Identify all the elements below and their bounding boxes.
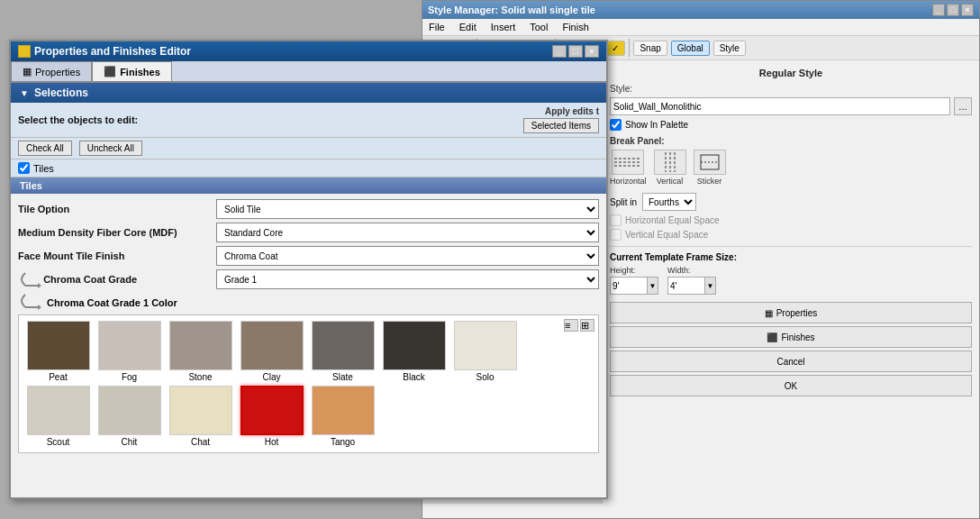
- swatch-box-hot[interactable]: [240, 386, 304, 435]
- break-vertical[interactable]: Vertical: [654, 150, 686, 186]
- cancel-btn[interactable]: Cancel: [610, 351, 972, 372]
- width-value[interactable]: [668, 278, 704, 294]
- selections-bar: ▼ Selections: [11, 83, 606, 103]
- tiles-check-row: Tiles: [11, 159, 606, 178]
- height-dropdown-btn[interactable]: ▼: [647, 278, 658, 294]
- face-mount-select[interactable]: Chroma Coat: [216, 246, 599, 266]
- prop-minimize-btn[interactable]: _: [552, 45, 567, 58]
- frame-size-row: Height: ▼ Width: ▼: [610, 266, 972, 295]
- style-label: Style:: [610, 84, 632, 94]
- color-swatch-slate[interactable]: Slate: [309, 321, 377, 382]
- properties-btn[interactable]: ▦ Properties: [610, 302, 972, 323]
- style-dots-btn[interactable]: …: [954, 97, 972, 115]
- properties-icon: ▦: [765, 308, 773, 318]
- horizontal-icon: [612, 150, 644, 175]
- color-swatch-solo[interactable]: Solo: [451, 321, 519, 382]
- grade-row: Chroma Coat Grade Grade 1: [18, 269, 599, 289]
- selections-row: Select the objects to edit: Apply edits …: [11, 103, 606, 138]
- swatch-box-fog[interactable]: [98, 321, 161, 370]
- selections-arrow: ▼: [20, 88, 29, 98]
- check-all-btn[interactable]: Check All: [18, 141, 72, 156]
- sm-titlebar: Style Manager: Solid wall single tile _ …: [422, 1, 979, 19]
- sm-minimize-btn[interactable]: _: [932, 4, 945, 16]
- sm-menu-tool[interactable]: Tool: [527, 21, 550, 33]
- mdf-select[interactable]: Standard Core: [216, 223, 599, 242]
- vertical-icon: [654, 150, 686, 175]
- v-equal-checkbox: [610, 229, 622, 241]
- check-row: Check All Uncheck All: [11, 138, 606, 159]
- split-select[interactable]: Fourths: [642, 193, 696, 211]
- swatch-label-stone: Stone: [188, 372, 212, 382]
- style-input[interactable]: [610, 97, 950, 115]
- swatch-box-chit[interactable]: [98, 386, 161, 435]
- grade-select[interactable]: Grade 1: [216, 269, 599, 289]
- sm-menu-file[interactable]: File: [426, 21, 448, 33]
- tab-properties[interactable]: ▦ Properties: [11, 61, 92, 81]
- color-swatch-fog[interactable]: Fog: [95, 321, 163, 382]
- split-row: Split in Fourths: [610, 193, 972, 211]
- face-mount-row: Face Mount Tile Finish Chroma Coat: [18, 246, 599, 266]
- swatch-box-clay[interactable]: [240, 321, 304, 370]
- apply-edits-area: Apply edits t Selected Items: [523, 106, 599, 133]
- grid-thumb-btn[interactable]: ⊞: [580, 319, 594, 332]
- color-swatch-peat[interactable]: Peat: [24, 321, 92, 382]
- color-swatch-chit[interactable]: Chit: [95, 386, 163, 447]
- swatch-box-chat[interactable]: [169, 386, 232, 435]
- prop-title-icon: [18, 45, 31, 58]
- color-swatch-hot[interactable]: Hot: [238, 386, 305, 447]
- swatch-box-scout[interactable]: [27, 386, 90, 435]
- toolbar-checkmark[interactable]: ✓: [605, 41, 625, 56]
- height-value[interactable]: [611, 278, 647, 294]
- sm-menu-finish[interactable]: Finish: [559, 21, 591, 33]
- prop-titlebar-buttons: _ □ ×: [552, 45, 599, 58]
- color-swatch-tango[interactable]: Tango: [309, 386, 377, 447]
- tiles-header: Tiles: [11, 178, 606, 194]
- color-swatch-scout[interactable]: Scout: [24, 386, 92, 447]
- sm-close-btn[interactable]: ×: [961, 4, 974, 16]
- finishes-label: Finishes: [781, 332, 814, 342]
- swatch-label-chit: Chit: [122, 437, 138, 447]
- swatch-box-slate[interactable]: [312, 321, 375, 370]
- sticker-icon: [694, 150, 726, 175]
- break-horizontal[interactable]: Horizontal: [610, 150, 647, 186]
- swatch-box-stone[interactable]: [169, 321, 232, 370]
- color-swatch-chat[interactable]: Chat: [167, 386, 234, 447]
- swatch-label-chat: Chat: [191, 437, 210, 447]
- tab-finishes[interactable]: ⬛ Finishes: [92, 61, 172, 81]
- toolbar-snap[interactable]: Snap: [633, 41, 667, 56]
- tile-option-select[interactable]: Solid Tile: [216, 199, 599, 219]
- ok-btn[interactable]: OK: [610, 375, 972, 396]
- selected-items-btn[interactable]: Selected Items: [523, 118, 599, 133]
- show-palette-checkbox[interactable]: [610, 119, 622, 131]
- break-sticker[interactable]: Sticker: [694, 150, 726, 186]
- width-label: Width:: [667, 266, 716, 275]
- mdf-label: Medium Density Fiber Core (MDF): [18, 227, 216, 238]
- swatch-box-tango[interactable]: [312, 386, 375, 435]
- grid-list-btn[interactable]: ≡: [564, 319, 578, 332]
- color-grid: PeatFogStoneClaySlateBlackSoloScoutChitC…: [24, 321, 593, 447]
- h-equal-row: Horizontal Equal Space: [610, 214, 972, 226]
- sticker-label: Sticker: [697, 177, 722, 186]
- sm-menu-edit[interactable]: Edit: [457, 21, 479, 33]
- tile-option-row: Tile Option Solid Tile: [18, 199, 599, 219]
- swatch-box-peat[interactable]: [27, 321, 90, 370]
- color-swatch-clay[interactable]: Clay: [238, 321, 305, 382]
- finishes-btn[interactable]: ⬛ Finishes: [610, 326, 972, 348]
- color-swatch-black[interactable]: Black: [380, 321, 448, 382]
- swatch-box-solo[interactable]: [454, 321, 517, 370]
- toolbar-style[interactable]: Style: [713, 41, 746, 56]
- properties-editor-window: Properties and Finishes Editor _ □ × ▦ P…: [9, 40, 608, 499]
- color-swatch-stone[interactable]: Stone: [167, 321, 234, 382]
- swatch-label-tango: Tango: [331, 437, 355, 447]
- color-grade-header: Chroma Coat Grade 1 Color: [18, 293, 599, 313]
- toolbar-global[interactable]: Global: [671, 41, 710, 56]
- sm-maximize-btn[interactable]: □: [947, 4, 959, 16]
- sm-menu-insert[interactable]: Insert: [488, 21, 519, 33]
- width-dropdown-btn[interactable]: ▼: [704, 278, 715, 294]
- tiles-label: Tiles: [33, 163, 54, 174]
- prop-maximize-btn[interactable]: □: [568, 45, 583, 58]
- uncheck-all-btn[interactable]: Uncheck All: [79, 141, 142, 156]
- tiles-checkbox[interactable]: [18, 162, 30, 174]
- prop-close-btn[interactable]: ×: [585, 45, 599, 58]
- swatch-box-black[interactable]: [383, 321, 446, 370]
